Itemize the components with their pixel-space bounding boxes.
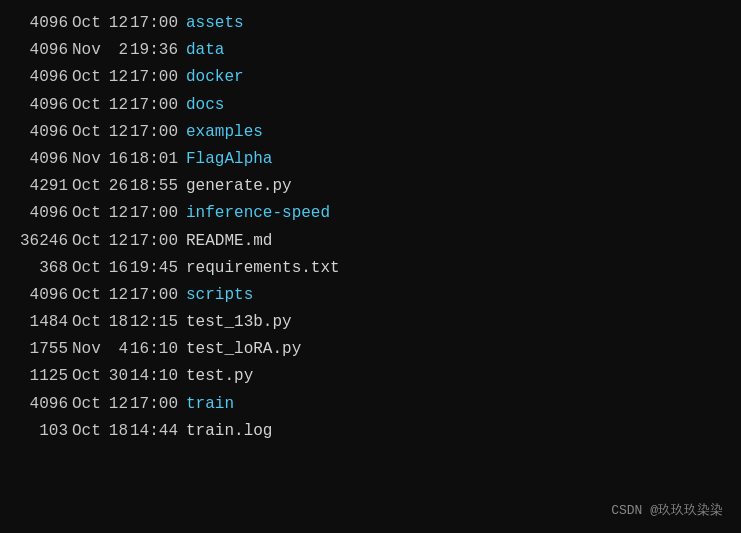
- file-time: 16:10: [130, 336, 178, 363]
- file-name: test_13b.py: [186, 309, 292, 336]
- file-time: 17:00: [130, 200, 178, 227]
- file-size: 4096: [16, 146, 68, 173]
- file-day: 16: [106, 146, 128, 173]
- file-day: 18: [106, 309, 128, 336]
- file-size: 368: [16, 255, 68, 282]
- file-name: train.log: [186, 418, 272, 445]
- file-time: 18:55: [130, 173, 178, 200]
- file-month: Oct: [72, 282, 104, 309]
- file-time: 19:45: [130, 255, 178, 282]
- file-size: 103: [16, 418, 68, 445]
- file-list: 4096 Oct12 17:00assets4096 Nov 2 19:36da…: [16, 10, 725, 445]
- list-item: 4096 Nov 2 19:36data: [16, 37, 725, 64]
- file-time: 12:15: [130, 309, 178, 336]
- file-time: 17:00: [130, 64, 178, 91]
- file-name: README.md: [186, 228, 272, 255]
- list-item: 4096 Oct12 17:00examples: [16, 119, 725, 146]
- file-time: 17:00: [130, 391, 178, 418]
- file-size: 4096: [16, 391, 68, 418]
- file-day: 12: [106, 282, 128, 309]
- list-item: 368 Oct16 19:45requirements.txt: [16, 255, 725, 282]
- file-time: 18:01: [130, 146, 178, 173]
- list-item: 4096 Oct12 17:00scripts: [16, 282, 725, 309]
- file-day: 26: [106, 173, 128, 200]
- file-size: 4096: [16, 282, 68, 309]
- file-day: 30: [106, 363, 128, 390]
- file-name: examples: [186, 119, 263, 146]
- file-day: 12: [106, 200, 128, 227]
- file-day: 12: [106, 64, 128, 91]
- file-month: Nov: [72, 37, 104, 64]
- file-name: scripts: [186, 282, 253, 309]
- file-size: 4096: [16, 64, 68, 91]
- file-day: 12: [106, 10, 128, 37]
- file-time: 17:00: [130, 228, 178, 255]
- list-item: 1755 Nov 4 16:10test_loRA.py: [16, 336, 725, 363]
- file-month: Nov: [72, 146, 104, 173]
- file-day: 16: [106, 255, 128, 282]
- file-time: 17:00: [130, 10, 178, 37]
- file-time: 17:00: [130, 119, 178, 146]
- file-size: 4096: [16, 119, 68, 146]
- file-name: test.py: [186, 363, 253, 390]
- file-size: 4291: [16, 173, 68, 200]
- file-month: Oct: [72, 64, 104, 91]
- file-time: 17:00: [130, 282, 178, 309]
- list-item: 4291 Oct26 18:55generate.py: [16, 173, 725, 200]
- file-month: Oct: [72, 255, 104, 282]
- file-name: data: [186, 37, 224, 64]
- file-time: 14:10: [130, 363, 178, 390]
- watermark: CSDN @玖玖玖染染: [611, 501, 723, 519]
- file-month: Oct: [72, 391, 104, 418]
- file-month: Nov: [72, 336, 104, 363]
- file-month: Oct: [72, 418, 104, 445]
- file-month: Oct: [72, 119, 104, 146]
- list-item: 36246 Oct12 17:00README.md: [16, 228, 725, 255]
- list-item: 103 Oct18 14:44train.log: [16, 418, 725, 445]
- file-size: 4096: [16, 92, 68, 119]
- file-size: 36246: [16, 228, 68, 255]
- file-month: Oct: [72, 200, 104, 227]
- file-day: 4: [106, 336, 128, 363]
- file-time: 19:36: [130, 37, 178, 64]
- file-day: 2: [106, 37, 128, 64]
- list-item: 4096 Oct12 17:00train: [16, 391, 725, 418]
- file-name: docs: [186, 92, 224, 119]
- file-name: test_loRA.py: [186, 336, 301, 363]
- file-name: assets: [186, 10, 244, 37]
- file-name: generate.py: [186, 173, 292, 200]
- file-month: Oct: [72, 309, 104, 336]
- file-day: 18: [106, 418, 128, 445]
- file-time: 17:00: [130, 92, 178, 119]
- file-size: 1484: [16, 309, 68, 336]
- file-month: Oct: [72, 173, 104, 200]
- list-item: 4096 Oct12 17:00assets: [16, 10, 725, 37]
- file-size: 4096: [16, 10, 68, 37]
- file-day: 12: [106, 92, 128, 119]
- list-item: 1125 Oct30 14:10test.py: [16, 363, 725, 390]
- list-item: 4096 Oct12 17:00docker: [16, 64, 725, 91]
- list-item: 4096 Oct12 17:00inference-speed: [16, 200, 725, 227]
- file-month: Oct: [72, 10, 104, 37]
- file-day: 12: [106, 391, 128, 418]
- file-size: 1755: [16, 336, 68, 363]
- list-item: 1484 Oct18 12:15test_13b.py: [16, 309, 725, 336]
- file-month: Oct: [72, 92, 104, 119]
- file-size: 4096: [16, 37, 68, 64]
- file-month: Oct: [72, 228, 104, 255]
- file-name: docker: [186, 64, 244, 91]
- file-day: 12: [106, 228, 128, 255]
- file-size: 1125: [16, 363, 68, 390]
- list-item: 4096 Nov16 18:01FlagAlpha: [16, 146, 725, 173]
- file-name: train: [186, 391, 234, 418]
- file-day: 12: [106, 119, 128, 146]
- file-time: 14:44: [130, 418, 178, 445]
- file-name: requirements.txt: [186, 255, 340, 282]
- file-name: FlagAlpha: [186, 146, 272, 173]
- list-item: 4096 Oct12 17:00docs: [16, 92, 725, 119]
- file-size: 4096: [16, 200, 68, 227]
- file-month: Oct: [72, 363, 104, 390]
- file-name: inference-speed: [186, 200, 330, 227]
